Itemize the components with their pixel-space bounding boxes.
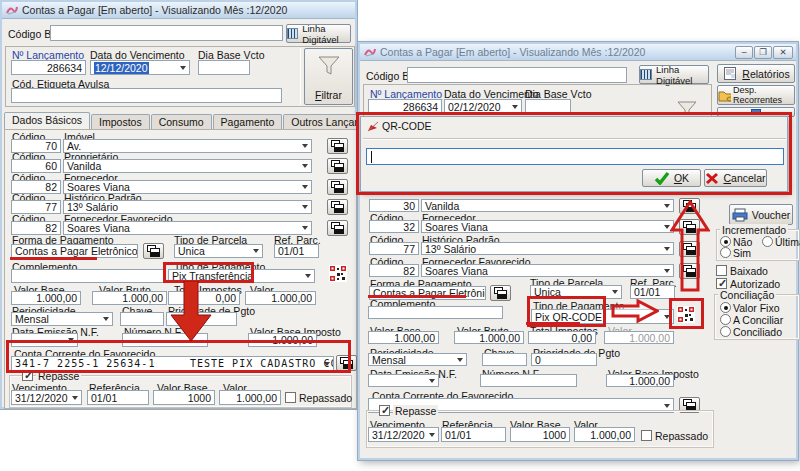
forma-pagamento-lookup-button[interactable] [490,285,511,301]
fornecedor-favorecido-code-input[interactable]: 82 [369,264,419,277]
imovel-lookup-button[interactable] [327,138,348,154]
qr-code-icon[interactable] [677,306,695,325]
repasse-checkbox[interactable] [379,405,390,416]
historico-select[interactable]: 13º Salário [421,242,674,255]
dropdown-chevron-icon[interactable] [253,249,259,253]
proprietario-select[interactable]: Vanilda [421,199,674,212]
numero-nf-input[interactable] [480,374,577,387]
total-impostos-input[interactable]: 0,00 [528,331,596,344]
repasse-valor-base-input[interactable]: 1000 [153,390,215,405]
cancelar-button[interactable]: Cancelar [704,169,767,187]
radio-incrementado-ultima[interactable] [762,236,773,247]
proprietario-lookup-button[interactable] [327,158,348,174]
linha-digitavel-button[interactable]: Linha Digitável [639,65,709,84]
dropdown-chevron-icon[interactable] [68,338,74,342]
radio-conciliado[interactable] [720,326,731,337]
ref-parc-input[interactable]: 01/01 [274,244,319,258]
radio-incrementado-sim[interactable] [720,247,731,258]
tipo-parcela-select[interactable]: Unica [174,244,263,258]
dropdown-chevron-icon[interactable] [302,144,308,148]
fornecedor-select[interactable]: Soares Viana [421,220,674,233]
radio-valor-fixo[interactable] [720,302,731,313]
data-emissao-select[interactable] [368,374,439,387]
voucher-button[interactable]: Voucher [729,204,793,225]
radio-a-conciliar[interactable] [720,314,731,325]
forma-pagamento-select[interactable]: Contas a Pagar Eletrônico [11,244,138,258]
vencimento-select[interactable]: 31/12/2020 [11,390,82,405]
linha-digitavel-button[interactable]: Linha Digitável [286,24,351,43]
tab-consumo[interactable]: Consumo [151,114,212,129]
dropdown-chevron-icon[interactable] [429,433,435,437]
tab-dados-basicos[interactable]: Dados Básicos [4,112,90,129]
maximize-button[interactable] [754,46,772,59]
vencimento-select[interactable]: 31/12/2020 [368,427,439,442]
valor-input[interactable]: 1.000,00 [604,331,674,344]
dropdown-chevron-icon[interactable] [429,379,435,383]
filtrar-button[interactable]: Filtrar [304,48,353,105]
valor-base-imposto-input[interactable]: 1.000,00 [248,333,317,347]
desp-recorrentes-button[interactable]: Desp. Recorrentes [717,85,795,105]
dropdown-chevron-icon[interactable] [302,205,308,209]
close-button[interactable] [773,46,793,59]
dropdown-chevron-icon[interactable] [664,315,670,319]
dropdown-chevron-icon[interactable] [180,66,186,70]
data-vencimento-select[interactable]: 02/12/2020 [444,99,522,114]
dropdown-chevron-icon[interactable] [457,358,463,362]
minimize-button[interactable] [735,46,753,59]
repasse-valor-input[interactable]: 1.000,00 [219,390,281,405]
ok-button[interactable]: OK [642,169,701,187]
referencia-input[interactable]: 01/01 [441,427,506,442]
prioridade-input[interactable]: 0 [531,353,597,366]
num-lancamento-input[interactable]: 286634 [368,99,442,114]
data-emissao-select[interactable] [11,333,78,347]
dia-base-input[interactable] [198,60,250,75]
repasse-valor-input[interactable]: 1.000,00 [574,427,635,442]
dropdown-chevron-icon[interactable] [302,164,308,168]
codigo-barra-input[interactable] [50,25,283,41]
valor-input[interactable]: 1.000,00 [245,291,316,305]
valor-bruto-input[interactable]: 1.000,00 [92,291,167,305]
fornecedor-lookup-button[interactable] [327,179,348,195]
valor-base-input[interactable]: 1.000,00 [11,291,81,305]
codigo-barra-input[interactable] [407,67,627,83]
dropdown-chevron-icon[interactable] [302,226,308,230]
fornecedor-favorecido-select[interactable]: Soares Viana [63,221,312,235]
historico-select[interactable]: 13º Salário [63,200,312,214]
periodicidade-select[interactable]: Mensal [368,353,467,366]
qr-code-input[interactable] [366,148,784,165]
proprietario-select[interactable]: Vanilda [63,159,312,173]
dropdown-chevron-icon[interactable] [72,396,78,400]
qr-code-icon[interactable] [329,265,347,284]
titlebar-right[interactable]: Contas a Pagar [Em aberto] - Visualizand… [360,44,796,61]
fornecedor-favorecido-code-input[interactable]: 82 [11,221,61,235]
chave-input[interactable] [120,312,164,326]
titlebar-left[interactable]: Contas a Pagar [Em aberto] - Visualizand… [2,2,355,19]
repassado-checkbox[interactable] [641,430,652,441]
repassado-checkbox[interactable] [285,392,296,403]
fornecedor-favorecido-lookup-button[interactable] [327,220,348,236]
dropdown-chevron-icon[interactable] [103,317,109,321]
valor-bruto-input[interactable]: 1.000,00 [454,331,524,344]
historico-lookup-button[interactable] [327,199,348,215]
forma-pagamento-lookup-button[interactable] [143,243,164,259]
dropdown-chevron-icon[interactable] [305,274,311,278]
historico-code-input[interactable]: 77 [11,200,61,214]
baixado-checkbox[interactable] [716,265,727,276]
chave-input[interactable] [482,353,527,366]
dropdown-chevron-icon[interactable] [664,404,670,408]
valor-base-imposto-input[interactable]: 1.000,00 [606,374,674,387]
fornecedor-favorecido-select[interactable]: Soares Viana [421,264,674,277]
valor-base-input[interactable]: 1.000,00 [368,331,439,344]
ref-parc-input[interactable]: 01/01 [630,285,675,299]
complemento-input[interactable] [368,306,503,319]
dropdown-chevron-icon[interactable] [302,185,308,189]
complemento-input[interactable] [11,269,164,283]
fornecedor-code-input[interactable]: 32 [369,220,419,233]
autorizado-checkbox[interactable] [716,278,727,289]
dropdown-chevron-icon[interactable] [512,105,518,109]
referencia-input[interactable]: 01/01 [87,390,149,405]
conta-corrente-lookup-button[interactable] [336,355,357,371]
repasse-valor-base-input[interactable]: 1000 [510,427,570,442]
dropdown-chevron-icon[interactable] [612,290,618,294]
data-vencimento-select[interactable]: 12/12/2020 [90,60,190,75]
